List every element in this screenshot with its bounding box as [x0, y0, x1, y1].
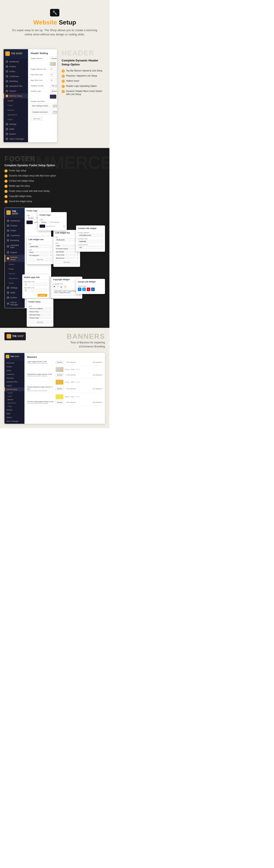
b-sidebar-header[interactable]: Header — [4, 391, 25, 395]
facebook-icon[interactable]: f — [78, 287, 81, 291]
mobile-play-input[interactable] — [24, 283, 47, 286]
sidebar-item-footer[interactable]: Footer — [4, 103, 28, 108]
sidebar-item-uploaded-files[interactable]: Uploaded Files — [4, 84, 28, 89]
feature-item-1: Top Bar Banner Upload & Link Setup — [62, 69, 106, 72]
orders-icon — [6, 70, 8, 72]
f-sidebar-banners[interactable]: Banners — [5, 271, 25, 276]
f-sidebar-customers[interactable]: Customers — [5, 233, 25, 238]
footer-logo-remove[interactable]: ✕ — [63, 225, 65, 227]
f-sidebar-appearance[interactable]: Appearance — [5, 276, 25, 281]
helpline-input[interactable] — [50, 84, 57, 88]
b-sidebar-marketing[interactable]: Marketing — [4, 376, 25, 380]
b-sidebar-orders[interactable]: Orders — [4, 369, 25, 372]
footer-logo-browse2[interactable]: Browse — [40, 221, 48, 224]
sidebar-item-staffs[interactable]: Staffs — [4, 127, 28, 131]
f-sidebar-marketing[interactable]: Marketing — [5, 238, 25, 243]
topbar-link-input[interactable] — [50, 67, 57, 71]
sidebar-item-orders[interactable]: Orders — [4, 69, 28, 74]
b-sidebar-banners[interactable]: Banners — [4, 398, 25, 401]
sidebar-item-customers[interactable]: Customers — [4, 74, 28, 79]
b-sidebar-website[interactable]: Website Setup — [4, 388, 25, 391]
lw1-categories-close[interactable]: ✕ — [50, 254, 52, 256]
f-sidebar-support[interactable]: Support — [5, 250, 25, 255]
f-sidebar-website[interactable]: Website Setup — [5, 255, 25, 262]
f-sidebar-pages[interactable]: Pages — [5, 281, 25, 285]
copyright-italic[interactable]: I — [57, 285, 59, 288]
copyright-underline[interactable]: U — [60, 285, 63, 288]
bullet-3 — [62, 80, 65, 83]
f-sidebar-system[interactable]: System — [5, 295, 25, 300]
contact-email-input[interactable] — [78, 240, 103, 243]
sidebar-item-appearance[interactable]: Appearance — [4, 113, 28, 117]
footer-menu-add-btn[interactable]: Add New — [29, 320, 52, 324]
b-sidebar-staffs[interactable]: Staffs — [4, 412, 25, 415]
banner-login-row: Login page banner & link Recommended siz… — [27, 361, 102, 366]
b-sidebar-dashboard[interactable]: Dashboard — [4, 361, 25, 365]
footer-menu-card: Footer menu Links Terms & Conditions Ret… — [27, 299, 54, 327]
b-sidebar-appearance[interactable]: Appearance — [4, 401, 25, 405]
footer-logo-browse[interactable]: Browse — [27, 216, 35, 220]
f-sidebar-settings[interactable]: Settings — [5, 285, 25, 290]
sidebar-item-support[interactable]: Support — [4, 89, 28, 93]
b-sidebar-product[interactable]: Product — [4, 365, 25, 369]
banner-forgot-browse[interactable]: Browse — [56, 387, 64, 390]
b-sidebar-footer[interactable]: Footer — [4, 395, 25, 398]
lw1-add-btn[interactable]: Add New — [29, 258, 52, 261]
banner-login-browse[interactable]: Browse — [56, 361, 64, 364]
banner-product-browse[interactable]: Browse — [56, 401, 64, 404]
contact-phone-input[interactable] — [78, 246, 103, 249]
system-icon — [6, 133, 8, 135]
b-sidebar-system[interactable]: System — [4, 415, 25, 419]
f-sidebar-dashboard[interactable]: Dashboard — [5, 218, 25, 223]
sidebar-item-addon[interactable]: Add-on Manager — [4, 136, 28, 141]
youtube-icon[interactable]: y — [87, 287, 90, 291]
feature-item-5: Dynamic Header Menu Insert Option with L… — [62, 90, 106, 96]
lw2-add-btn[interactable]: Add New — [55, 260, 78, 264]
lw2-track-close[interactable]: ✕ — [77, 254, 78, 256]
b-sidebar-files[interactable]: Uploaded Files — [4, 380, 25, 384]
mobile-update-btn[interactable]: Update — [38, 294, 47, 297]
topbar-banner-browse[interactable]: Browse — [50, 57, 57, 60]
add-nav-btn[interactable]: Add New — [31, 117, 43, 121]
f-sidebar-addon[interactable]: Add-on Manager — [5, 300, 25, 307]
sidebar-item-website-setup[interactable]: Website Setup — [4, 93, 28, 98]
f-sidebar-header[interactable]: Header — [5, 262, 25, 267]
sidebar-item-header[interactable]: Header — [4, 98, 28, 103]
twitter-icon[interactable]: t — [82, 287, 86, 291]
banner-reg-browse[interactable]: Browse — [56, 373, 64, 376]
copyright-bold[interactable]: B — [53, 285, 56, 288]
play-store-input[interactable] — [50, 73, 57, 76]
sidebar-item-product[interactable]: Product — [4, 64, 28, 69]
contact-address-input[interactable] — [78, 234, 103, 237]
b-sidebar-pages[interactable]: Pages — [4, 405, 25, 408]
f-sidebar-files[interactable]: Uploaded Files — [5, 243, 25, 250]
lw2-acc-close[interactable]: ✕ — [77, 257, 78, 259]
sidebar-item-system[interactable]: System — [4, 131, 28, 136]
copyright-color[interactable]: A — [63, 285, 67, 288]
sidebar-item-dashboard[interactable]: Dashboard — [4, 59, 28, 64]
header-logo-browse[interactable]: Browse — [50, 90, 57, 93]
sidebar-item-settings[interactable]: Settings — [4, 122, 28, 127]
sidebar-item-marketing[interactable]: Marketing — [4, 79, 28, 84]
f-sidebar-footer[interactable]: Footer — [5, 267, 25, 271]
f-support-icon — [7, 251, 9, 253]
footer-logo-card-title: Footer logo — [40, 214, 65, 217]
f-sidebar-product[interactable]: Product — [5, 223, 25, 228]
b-sidebar-customers[interactable]: Customers — [4, 372, 25, 376]
app-store-input[interactable] — [50, 79, 57, 82]
b-sidebar-settings[interactable]: Settings — [4, 408, 25, 412]
lw1-title-input[interactable] — [29, 245, 52, 248]
mobile-app-input[interactable] — [24, 289, 47, 292]
f-sidebar-orders[interactable]: Orders — [5, 228, 25, 233]
b-sidebar-support[interactable]: Support — [4, 384, 25, 388]
f-sidebar-staffs[interactable]: Staffs — [5, 290, 25, 295]
sidebar-item-banners[interactable]: Banners — [4, 108, 28, 113]
b-sidebar-addon[interactable]: Add-on Manager — [4, 419, 25, 423]
linkedin-icon[interactable]: in — [91, 287, 95, 291]
lw1-home-close[interactable]: ✕ — [50, 251, 52, 253]
banners-logo-area: 🛒 THE SHOP — [4, 332, 26, 340]
helpline-row: Helpline number — [31, 84, 57, 88]
footer-setup-section: COMMERCE FOOTER Complete Dynamic Footer … — [0, 148, 109, 328]
lw2-title-input[interactable] — [55, 238, 78, 241]
sidebar-item-pages[interactable]: Pages — [4, 117, 28, 122]
